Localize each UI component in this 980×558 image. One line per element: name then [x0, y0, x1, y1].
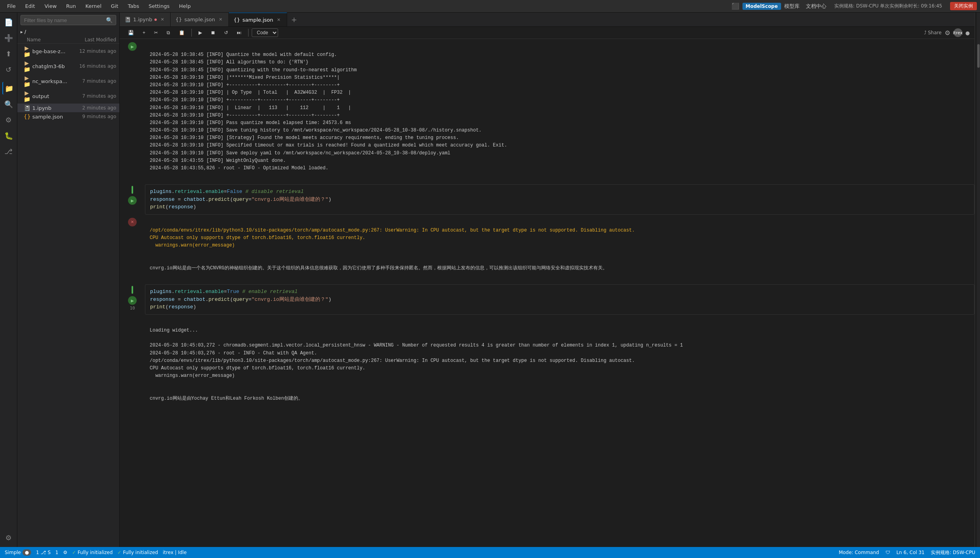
nav-model-library[interactable]: 模型库: [784, 3, 800, 10]
extra-info: 实例规格: DSW-CPU: [931, 549, 975, 556]
file-item[interactable]: ▶📁 output 7 minutes ago: [17, 89, 119, 104]
stop-button[interactable]: ⏹: [207, 29, 219, 37]
tab-sample-json-2[interactable]: {} sample.json ✕: [229, 13, 287, 27]
user-menu-icon[interactable]: ●: [965, 30, 970, 36]
new-folder-icon[interactable]: ➕: [2, 32, 15, 44]
row-number: 1: [56, 550, 59, 555]
menu-git[interactable]: Git: [107, 2, 122, 11]
run-btn-4[interactable]: ▶: [128, 296, 137, 305]
tab-close-button[interactable]: ✕: [276, 17, 282, 23]
add-cell-button[interactable]: +: [139, 29, 149, 37]
notebook-icon: 📓: [24, 105, 30, 111]
copy-button[interactable]: ⧉: [163, 29, 174, 37]
share-area: ⤴ Share ⚙ itrex ●: [924, 28, 970, 37]
cell-body-5: Loading widget... 2024-05-28 10:45:03,27…: [145, 316, 974, 413]
menu-help[interactable]: Help: [175, 2, 195, 11]
extensions-icon[interactable]: ⚙: [2, 113, 15, 126]
search-nav-icon[interactable]: 🔍: [2, 98, 15, 110]
tab-close-button[interactable]: ✕: [217, 17, 224, 23]
run-indicator-3[interactable]: ✕: [128, 218, 137, 226]
save-button[interactable]: 💾: [124, 29, 137, 37]
file-item[interactable]: {} sample.json 9 minutes ago: [17, 112, 119, 121]
json-tab-icon-2: {}: [234, 17, 240, 23]
file-item[interactable]: ▶📁 bge-base-z... 12 minutes ago: [17, 44, 119, 59]
refresh-icon[interactable]: ↺: [2, 63, 15, 76]
menu-tabs[interactable]: Tabs: [124, 2, 143, 11]
run-indicator-1[interactable]: ▶: [128, 42, 137, 51]
code-area-2[interactable]: plugins.retrieval.enable=False # disable…: [145, 184, 974, 215]
cell-2: ▶ plugins.retrieval.enable=False # disab…: [120, 184, 974, 215]
cell-body-3: /opt/conda/envs/itrex/lib/python3.10/sit…: [145, 216, 974, 283]
gear-status-icon: ⚙: [63, 550, 67, 555]
files-icon[interactable]: 📁: [2, 82, 15, 95]
settings-bottom-icon[interactable]: ⚙: [2, 531, 15, 544]
menu-run[interactable]: Run: [62, 2, 80, 11]
main-layout: 📄 ➕ ⬆ ↺ 📁 🔍 ⚙ 🐛 ⎇ ⚙ 🔍 ▸ / Name Last Modi…: [0, 13, 980, 547]
settings-gear-icon[interactable]: ⚙: [945, 29, 950, 37]
file-name: 1.ipynb: [32, 105, 80, 111]
output-area-3: /opt/conda/envs/itrex/lib/python3.10/sit…: [145, 216, 974, 283]
cell-body-4: plugins.retrieval.enable=True # enable r…: [145, 284, 974, 315]
menu-edit[interactable]: Edit: [21, 2, 39, 11]
file-modified: 7 minutes ago: [82, 78, 116, 84]
extra-label: 实例规格: DSW-CPU: [931, 549, 975, 556]
file-item[interactable]: ▶📁 nc_workspa... 7 minutes ago: [17, 74, 119, 89]
git-icon[interactable]: ⎇: [2, 145, 15, 158]
fully-initialized-1: ✓ Fully initialized: [72, 550, 113, 555]
scrollbar-area[interactable]: [974, 13, 980, 547]
run-btn-2[interactable]: ▶: [128, 196, 137, 205]
search-box: 🔍: [20, 15, 116, 25]
debug-icon[interactable]: 🐛: [2, 129, 15, 142]
kernel-selector[interactable]: Code: [252, 28, 278, 37]
cell-body-1: 2024-05-28 10:38:45 [INFO] Quantize the …: [145, 41, 974, 183]
output-area-5: Loading widget... 2024-05-28 10:45:03,27…: [145, 316, 974, 413]
output-warning: /opt/conda/envs/itrex/lib/python3.10/sit…: [150, 228, 635, 248]
share-button[interactable]: ⤴ Share: [924, 30, 942, 35]
file-item-active[interactable]: 📓 1.ipynb 2 minutes ago: [17, 104, 119, 112]
run-all-button[interactable]: ⏭: [233, 29, 245, 37]
menu-view[interactable]: View: [41, 2, 61, 11]
user-avatar: itrex: [954, 28, 962, 37]
menu-settings[interactable]: Settings: [145, 2, 173, 11]
col-modified-header: Last Modified: [85, 37, 116, 43]
file-name: output: [32, 93, 80, 99]
tab-1ipynb[interactable]: 📓 1.ipynb ✕: [120, 13, 171, 27]
add-tab-button[interactable]: +: [289, 14, 300, 25]
code-line: plugins.retrieval.enable=False # disable…: [150, 188, 969, 196]
json-tab-icon: {}: [175, 17, 182, 22]
json-icon: {}: [24, 113, 30, 120]
shield-status: 🛡: [885, 550, 890, 555]
output-line: 2024-05-28 10:38:45 [INFO] Quantize the …: [150, 52, 507, 171]
fully-init-label-2: Fully initialized: [123, 550, 158, 555]
modelscope-branding: ⬛ ModelScope 模型库 文档中心 实例规格: DSW-CPU 单次实例…: [731, 2, 977, 10]
file-item[interactable]: ▶📁 chatglm3-6b 16 minutes ago: [17, 59, 119, 74]
file-list: ▶📁 bge-base-z... 12 minutes ago ▶📁 chatg…: [17, 44, 119, 547]
cut-button[interactable]: ✂: [150, 29, 161, 37]
file-modified: 7 minutes ago: [82, 93, 116, 99]
nav-docs[interactable]: 文档中心: [806, 3, 826, 10]
close-instance-button[interactable]: 关闭实例: [950, 2, 977, 10]
sidebar: 🔍 ▸ / Name Last Modified ▶📁 bge-base-z..…: [17, 13, 120, 547]
tab-close-button[interactable]: ✕: [159, 17, 165, 23]
code-area-4[interactable]: plugins.retrieval.enable=True # enable r…: [145, 284, 974, 315]
settings-status-icon[interactable]: ⚙: [63, 550, 67, 555]
mode-toggle[interactable]: ●: [22, 549, 31, 556]
menu-kernel[interactable]: Kernel: [82, 2, 106, 11]
toolbar-separator-2: [248, 29, 249, 37]
root-label[interactable]: /: [24, 29, 26, 35]
search-icon[interactable]: 🔍: [106, 17, 113, 23]
new-file-icon[interactable]: 📄: [2, 16, 15, 28]
paste-button[interactable]: 📋: [175, 29, 188, 37]
notebook-content[interactable]: ▶ 2024-05-28 10:38:45 [INFO] Quantize th…: [120, 39, 974, 547]
file-name: chatglm3-6b: [32, 63, 77, 69]
tab-sample-json-1[interactable]: {} sample.json ✕: [171, 13, 229, 27]
tab-label: sample.json: [243, 17, 273, 23]
simple-mode: Simple ●: [5, 549, 31, 556]
modified-dot: [154, 19, 157, 21]
menu-file[interactable]: File: [3, 2, 20, 11]
restart-button[interactable]: ↺: [221, 29, 232, 37]
upload-icon[interactable]: ⬆: [2, 47, 15, 60]
code-line: plugins.retrieval.enable=True # enable r…: [150, 288, 969, 296]
run-cell-button[interactable]: ▶: [195, 29, 206, 37]
search-input[interactable]: [24, 17, 106, 23]
